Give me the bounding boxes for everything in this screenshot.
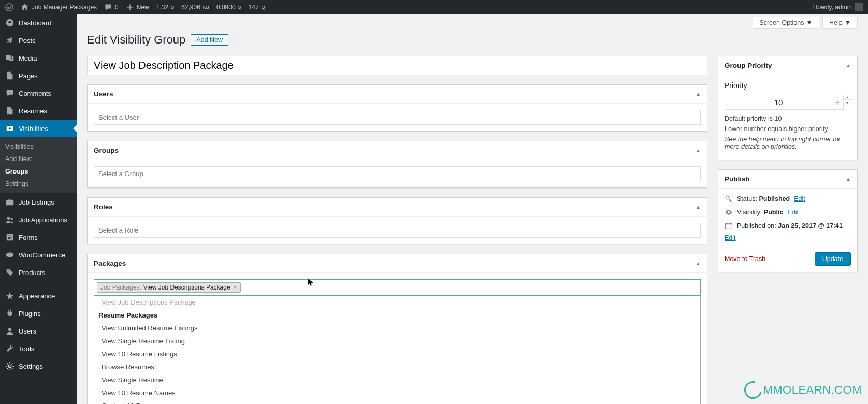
sidebar-subitem-groups[interactable]: Groups (0, 165, 77, 178)
stat-4: 147Q (249, 4, 265, 11)
avatar (855, 3, 863, 11)
spin-up-button[interactable]: ▲ (844, 95, 851, 100)
stat-1: 1.32S (156, 4, 174, 11)
stepper-icon (834, 99, 841, 106)
sidebar-item-pages[interactable]: Pages (0, 67, 77, 84)
svg-point-5 (10, 218, 13, 220)
dropdown-item[interactable]: View Single Resume (94, 373, 700, 386)
edit-visibility-link[interactable]: Edit (787, 209, 799, 216)
sidebar-item-resumes[interactable]: Resumes (0, 102, 77, 120)
dropdown-item[interactable]: View Single Resume Listing (94, 335, 700, 348)
sidebar-item-job-applications[interactable]: Job Applications (0, 211, 77, 228)
users-box-header[interactable]: Users▲ (88, 85, 707, 104)
comments-link[interactable]: 0 (104, 3, 119, 11)
priority-label: Priority: (725, 81, 851, 90)
svg-point-0 (6, 3, 13, 10)
new-link[interactable]: New (126, 3, 149, 11)
svg-rect-12 (726, 223, 732, 229)
sidebar-item-comments[interactable]: Comments (0, 84, 77, 102)
dropdown-item[interactable]: Browse Resumes (94, 360, 700, 373)
roles-select[interactable] (94, 223, 701, 238)
stat-3: 0.0900S (216, 4, 241, 11)
chevron-up-icon: ▲ (846, 63, 851, 68)
sidebar-item-products[interactable]: Products (0, 264, 77, 281)
spin-down-button[interactable]: ▼ (844, 100, 851, 105)
roles-box-header[interactable]: Roles▲ (88, 198, 707, 217)
packages-dropdown: View Job Descriptions PackageResume Pack… (94, 296, 701, 404)
priority-spinner: ▲ ▼ (843, 95, 851, 110)
sidebar-item-visibilities[interactable]: Visibilities (0, 120, 77, 137)
svg-point-10 (8, 365, 11, 367)
chip-remove-icon[interactable]: × (234, 284, 237, 291)
priority-box-header[interactable]: Group Priority▲ (718, 56, 857, 75)
admin-bar: Job Manager Packages 0 New 1.32S 62,906K… (0, 0, 868, 14)
calendar-icon (725, 222, 733, 230)
priority-help-2: Lower number equals higher priority (725, 125, 851, 133)
priority-input[interactable] (725, 95, 832, 110)
dropdown-item-disabled: View Job Descriptions Package (94, 296, 700, 309)
update-button[interactable]: Update (815, 252, 851, 266)
sidebar-item-woocommerce[interactable]: WooCommerce (0, 246, 77, 264)
eye-icon (725, 208, 733, 217)
sidebar-item-job-listings[interactable]: Job Listings (0, 193, 77, 211)
chevron-down-icon: ▼ (806, 19, 813, 26)
svg-point-7 (6, 253, 13, 257)
svg-point-4 (7, 217, 10, 220)
sidebar-item-forms[interactable]: Forms (0, 228, 77, 246)
svg-point-11 (726, 196, 729, 199)
title-input[interactable] (87, 56, 707, 75)
svg-point-8 (8, 270, 9, 271)
sidebar-subitem-visibilities[interactable]: Visibilities (0, 140, 77, 153)
svg-point-1 (7, 56, 8, 57)
howdy-link[interactable]: Howdy, admin (813, 3, 863, 11)
packages-select[interactable]: Job Packages: View Job Descriptions Pack… (94, 279, 701, 296)
move-to-trash-link[interactable]: Move to Trash (725, 255, 765, 263)
site-name: Job Manager Packages (32, 4, 97, 11)
groups-box: Groups▲ (87, 141, 707, 188)
priority-help-3: See the help menu in top right corner fo… (725, 136, 851, 150)
groups-select[interactable] (94, 166, 701, 181)
dropdown-item[interactable]: View Unlimited Resume Listings (94, 322, 700, 335)
sidebar-subitem-settings[interactable]: Settings (0, 178, 77, 190)
sidebar-item-settings[interactable]: Settings (0, 357, 77, 375)
package-chip: Job Packages: View Job Descriptions Pack… (97, 282, 241, 293)
chevron-up-icon: ▲ (846, 176, 851, 182)
content: Screen Options ▼ Help ▼ Edit Visibility … (77, 14, 868, 404)
wp-logo[interactable] (5, 3, 13, 11)
sidebar-item-dashboard[interactable]: Dashboard (0, 14, 77, 32)
sidebar-item-tools[interactable]: Tools (0, 340, 77, 357)
site-name-link[interactable]: Job Manager Packages (21, 3, 97, 11)
sidebar-item-appearance[interactable]: Appearance (0, 287, 77, 305)
svg-point-3 (9, 127, 11, 129)
screen-options-tab[interactable]: Screen Options ▼ (753, 17, 819, 29)
packages-box: Packages▲ Job Packages: View Job Descrip… (87, 254, 707, 404)
help-tab[interactable]: Help ▼ (822, 17, 858, 29)
packages-box-header[interactable]: Packages▲ (88, 254, 707, 273)
sidebar-item-posts[interactable]: Posts (0, 32, 77, 49)
publish-box-header[interactable]: Publish▲ (718, 170, 857, 189)
users-box: Users▲ (87, 84, 707, 132)
priority-help-1: Default priority is 10 (725, 115, 851, 122)
chevron-up-icon: ▲ (696, 148, 701, 153)
add-new-button[interactable]: Add New (191, 34, 228, 46)
dropdown-item[interactable]: View 10 Resume Listings (94, 348, 700, 360)
dropdown-group: Resume Packages (94, 309, 700, 322)
chevron-up-icon: ▲ (696, 261, 701, 266)
sidebar-item-plugins[interactable]: Plugins (0, 305, 77, 322)
sidebar-subitem-add-new[interactable]: Add New (0, 153, 77, 165)
key-icon (725, 195, 733, 203)
watermark: MMOLEARN.COM (744, 381, 862, 399)
publish-box: Publish▲ Status: Published Edit Visibili… (718, 169, 858, 272)
edit-status-link[interactable]: Edit (794, 195, 805, 203)
sidebar-item-users[interactable]: Users (0, 322, 77, 340)
groups-box-header[interactable]: Groups▲ (88, 141, 707, 160)
svg-point-9 (8, 328, 11, 331)
edit-date-link[interactable]: Edit (725, 234, 851, 241)
dropdown-item[interactable]: Contact 10 Resumes (94, 399, 700, 404)
sidebar-item-media[interactable]: Media (0, 49, 77, 67)
chevron-up-icon: ▲ (696, 91, 701, 97)
dropdown-item[interactable]: View 10 Resume Names (94, 386, 700, 399)
users-select[interactable] (94, 110, 701, 125)
stat-2: 62,906KB (181, 4, 209, 11)
admin-sidebar: DashboardPostsMediaPagesCommentsResumesV… (0, 14, 77, 404)
